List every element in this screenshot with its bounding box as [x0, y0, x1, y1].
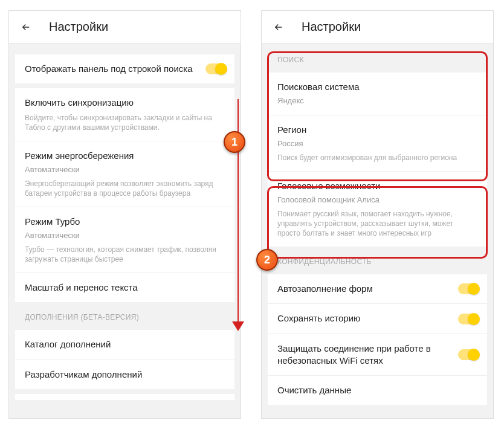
row-display-panel[interactable]: Отображать панель под строкой поиска	[15, 54, 234, 83]
row-catalog[interactable]: Каталог дополнений	[15, 330, 234, 359]
row-desc: Энергосберегающий режим позволяет эконом…	[25, 179, 225, 198]
row-search-engine[interactable]: Поисковая система Яндекс	[268, 73, 487, 115]
row-desc: Поиск будет оптимизирован для выбранного…	[277, 153, 477, 163]
row-protect-wifi[interactable]: Защищать соединение при работе в небезоп…	[268, 334, 487, 376]
row-title: Масштаб и перенос текста	[25, 282, 225, 294]
row-sub: Автоматически	[25, 164, 225, 175]
header: Настройки	[262, 11, 493, 44]
row-desc: Понимает русский язык, помогает находить…	[277, 209, 477, 239]
row-scale[interactable]: Масштаб и перенос текста	[15, 273, 234, 302]
row-title: Режим энергосбережения	[25, 150, 225, 162]
screen-left: Настройки Отображать панель под строкой …	[8, 10, 241, 419]
back-arrow-icon[interactable]	[273, 21, 285, 33]
row-title: Режим Турбо	[25, 216, 225, 228]
row-title: Голосовые возможности	[277, 180, 477, 192]
card-stub	[15, 394, 234, 400]
row-sub: Автоматически	[25, 230, 225, 241]
row-desc: Войдите, чтобы синхронизировать закладки…	[25, 113, 225, 132]
row-title: Очистить данные	[277, 384, 477, 396]
toggle-history[interactable]	[458, 314, 479, 324]
row-title: Регион	[277, 124, 477, 136]
card-privacy: Автозаполнение форм Сохранять историю За…	[268, 274, 487, 405]
row-developers[interactable]: Разработчикам дополнений	[15, 360, 234, 389]
row-title: Отображать панель под строкой поиска	[25, 63, 225, 75]
section-privacy: КОНФИДЕНЦИАЛЬНОСТЬ	[262, 251, 493, 269]
row-title: Включить синхронизацию	[25, 97, 225, 109]
header-title: Настройки	[302, 20, 361, 34]
row-turbo[interactable]: Режим Турбо Автоматически Турбо — технол…	[15, 207, 234, 273]
row-desc: Турбо — технология, которая сжимает траф…	[25, 245, 225, 264]
back-arrow-icon[interactable]	[20, 21, 32, 33]
row-region[interactable]: Регион Россия Поиск будет оптимизирован …	[268, 115, 487, 171]
content-right: ПОИСК Поисковая система Яндекс Регион Ро…	[262, 44, 493, 416]
section-extensions: ДОПОЛНЕНИЯ (БЕТА-ВЕРСИЯ)	[9, 307, 241, 325]
toggle-autofill[interactable]	[458, 283, 479, 294]
row-power-saving[interactable]: Режим энергосбережения Автоматически Эне…	[15, 141, 234, 207]
toggle-display-panel[interactable]	[205, 63, 226, 74]
row-sub: Яндекс	[277, 95, 477, 106]
row-title: Разработчикам дополнений	[25, 369, 225, 381]
row-title: Автозаполнение форм	[277, 283, 477, 295]
row-title: Каталог дополнений	[25, 338, 225, 350]
row-autofill[interactable]: Автозаполнение форм	[268, 274, 487, 303]
header-title: Настройки	[49, 20, 108, 34]
toggle-protect-wifi[interactable]	[458, 349, 479, 360]
row-voice[interactable]: Голосовые возможности Голосовой помощник…	[268, 171, 487, 247]
section-search: ПОИСК	[262, 50, 493, 68]
row-clear-data[interactable]: Очистить данные	[268, 375, 487, 405]
card-search: Поисковая система Яндекс Регион Россия П…	[268, 73, 487, 247]
row-sub: Россия	[277, 138, 477, 149]
card-main-settings: Включить синхронизацию Войдите, чтобы си…	[15, 88, 234, 302]
row-title: Защищать соединение при работе в небезоп…	[277, 343, 477, 367]
row-title: Поисковая система	[277, 81, 477, 93]
content-left: Отображать панель под строкой поиска Вкл…	[9, 44, 241, 411]
screen-right: Настройки ПОИСК Поисковая система Яндекс…	[261, 10, 494, 419]
row-history[interactable]: Сохранять историю	[268, 303, 487, 333]
row-sub: Голосовой помощник Алиса	[277, 195, 477, 205]
row-title: Сохранять историю	[277, 312, 477, 324]
header: Настройки	[9, 11, 241, 44]
card-extensions: Каталог дополнений Разработчикам дополне…	[15, 330, 234, 389]
row-sync[interactable]: Включить синхронизацию Войдите, чтобы си…	[15, 88, 234, 141]
card-display-panel: Отображать панель под строкой поиска	[15, 54, 234, 83]
